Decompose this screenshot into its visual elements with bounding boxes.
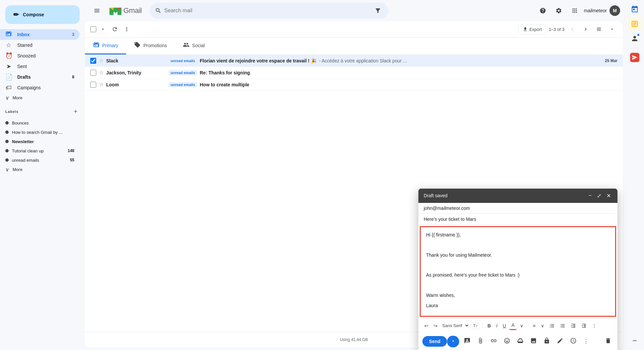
underline-button[interactable]: U <box>501 322 508 330</box>
tab-primary[interactable]: Primary <box>85 38 126 54</box>
right-panel-tasks-button[interactable] <box>628 17 641 31</box>
signature-button[interactable] <box>555 335 565 347</box>
email-badge-3: unread emails <box>169 82 197 87</box>
undo-button[interactable]: ↩ <box>422 322 430 330</box>
sidebar-label-bounces[interactable]: Bounces <box>0 118 80 128</box>
font-family-select[interactable]: Sans Serif Serif Fixed width <box>441 323 469 328</box>
sidebar: ✏ Compose Inbox 3 ☆ Starred ⏰ Snoozed ➤ … <box>0 0 85 350</box>
refresh-button[interactable] <box>109 24 120 35</box>
email-badge-1: unread emails <box>169 58 197 63</box>
email-checkbox-2[interactable] <box>90 70 96 76</box>
email-subject-1: Florian vient de rejoindre votre espace … <box>200 58 602 63</box>
export-button[interactable]: Export <box>518 24 546 34</box>
inbox-badge: 3 <box>72 32 74 37</box>
sidebar-item-drafts[interactable]: 📄 Drafts 8 <box>0 72 80 82</box>
compose-close-button[interactable]: ✕ <box>605 192 612 200</box>
more-options-compose-button[interactable]: ⋮ <box>581 336 591 347</box>
star-button-3[interactable]: ☆ <box>99 81 104 88</box>
align-button[interactable]: ≡ <box>531 322 537 330</box>
italic-button[interactable]: I <box>494 322 499 330</box>
hamburger-menu-button[interactable] <box>90 4 104 17</box>
text-color-button[interactable]: A <box>509 321 516 330</box>
select-dropdown-button[interactable] <box>98 24 108 35</box>
toolbar-separator-1 <box>482 322 483 329</box>
star-button-2[interactable]: ☆ <box>99 69 104 76</box>
sidebar-more-labels[interactable]: ∨ More <box>0 165 85 174</box>
insert-photo-button[interactable] <box>528 335 539 347</box>
email-row[interactable]: ☆ Loom unread emails How to create multi… <box>85 79 623 91</box>
right-panel-expand-button[interactable] <box>628 334 641 347</box>
numbered-list-button[interactable] <box>547 322 557 330</box>
drive-button[interactable] <box>515 335 526 347</box>
help-button[interactable] <box>536 4 549 17</box>
inbox-label: Inbox <box>17 32 30 37</box>
sidebar-item-inbox[interactable]: Inbox 3 <box>0 29 80 40</box>
compose-header-title: Draft saved <box>424 193 587 198</box>
tab-promotions[interactable]: Promotions <box>126 38 175 54</box>
body-line-7: Warm wishes, <box>426 292 610 299</box>
sidebar-label-newsletter[interactable]: Newsletter <box>0 137 80 146</box>
sidebar-item-campaigns[interactable]: 🏷 Campaigns <box>0 82 80 93</box>
prev-page-button[interactable] <box>567 24 578 35</box>
right-panel-contacts-button[interactable] <box>628 32 641 45</box>
lock-button[interactable] <box>541 335 552 347</box>
tab-social[interactable]: Social <box>175 38 213 54</box>
right-panel-mailmeteor-button[interactable] <box>628 51 641 64</box>
send-button[interactable]: Send <box>422 336 447 347</box>
add-label-button[interactable]: + <box>72 108 80 116</box>
label-dot-search <box>5 131 9 134</box>
compose-to-field[interactable]: john@mailmeteor.com <box>418 203 617 214</box>
bullet-list-button[interactable] <box>558 322 567 330</box>
settings-button[interactable] <box>552 4 565 17</box>
email-checkbox-1[interactable] <box>90 58 96 64</box>
emoji-button[interactable] <box>502 335 512 347</box>
redo-button[interactable]: ↪ <box>432 322 440 330</box>
sidebar-label-how-to-search[interactable]: How to search Gmail by ... <box>0 128 80 137</box>
sidebar-item-starred[interactable]: ☆ Starred <box>0 40 80 50</box>
compose-body[interactable]: Hi {{ firstname }}, Thank you for using … <box>420 226 616 317</box>
more-options-button[interactable] <box>121 24 132 35</box>
more-formatting-button[interactable]: ⋮ <box>590 322 599 330</box>
decrease-indent-button[interactable] <box>569 322 578 330</box>
avatar[interactable]: M <box>609 5 620 16</box>
compose-header-actions: − ⤢ ✕ <box>587 192 612 200</box>
star-button-1[interactable]: ☆ <box>99 57 104 64</box>
email-checkbox-3[interactable] <box>90 82 96 88</box>
export-label: Export <box>529 27 542 32</box>
schedule-send-button[interactable] <box>568 335 579 347</box>
sidebar-more-nav[interactable]: ∨ More <box>0 93 85 102</box>
increase-indent-button[interactable] <box>579 322 589 330</box>
view-dropdown-button[interactable] <box>607 24 617 35</box>
compose-subject-field[interactable]: Here's your ticket to Mars <box>418 214 617 225</box>
email-row[interactable]: ☆ Slack unread emails Florian vient de r… <box>85 55 623 67</box>
sidebar-label-tutorial[interactable]: Tutorial clean up 148 <box>0 146 80 155</box>
more-labels-label: More <box>13 167 23 172</box>
bold-button[interactable]: B <box>485 322 493 330</box>
insert-link-button[interactable] <box>488 335 499 347</box>
email-tabs: Primary Promotions Social <box>85 38 623 55</box>
align-dropdown[interactable]: ∨ <box>539 322 546 330</box>
sidebar-item-sent[interactable]: ➤ Sent <box>0 61 80 72</box>
labels-section-header: Labels + <box>0 102 85 118</box>
right-panel-calendar-button[interactable] <box>628 3 641 16</box>
sidebar-label-unread[interactable]: unread emails 55 <box>0 155 80 165</box>
text-color-dropdown[interactable]: ∨ <box>518 322 525 330</box>
apps-grid-button[interactable] <box>568 4 581 17</box>
attach-file-button[interactable] <box>475 335 486 347</box>
view-options-button[interactable] <box>594 24 604 35</box>
email-row[interactable]: ☆ Jackson, Trinity unread emails Re: Tha… <box>85 67 623 79</box>
select-all-checkbox[interactable] <box>90 26 96 32</box>
search-input[interactable] <box>164 8 370 14</box>
label-tutorial-text: Tutorial clean up <box>12 148 44 153</box>
compose-button[interactable]: ✏ Compose <box>5 5 80 24</box>
sidebar-item-snoozed[interactable]: ⏰ Snoozed <box>0 50 80 61</box>
compose-minimize-button[interactable]: − <box>587 192 593 200</box>
discard-draft-button[interactable] <box>603 335 613 347</box>
search-filter-button[interactable] <box>373 5 383 16</box>
font-size-button[interactable]: T↕ <box>471 322 480 329</box>
compose-maximize-button[interactable]: ⤢ <box>596 192 603 200</box>
next-page-button[interactable] <box>580 24 591 35</box>
email-subject-3: How to create multiple <box>200 82 617 87</box>
formatting-toggle-button[interactable] <box>462 335 472 347</box>
send-dropdown-button[interactable] <box>447 336 459 347</box>
